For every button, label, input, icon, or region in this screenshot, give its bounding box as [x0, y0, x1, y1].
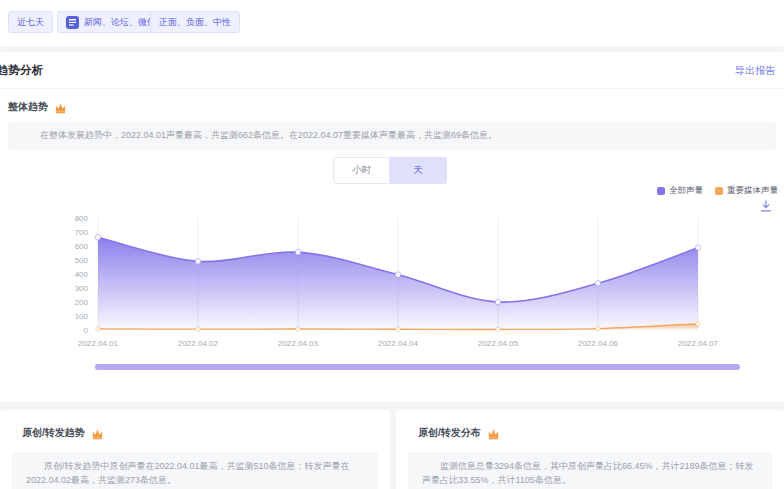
overall-trend-label: 整体趋势	[8, 100, 67, 114]
svg-text:2022.04.07: 2022.04.07	[678, 339, 719, 348]
svg-text:600: 600	[75, 242, 89, 251]
chart-scroll-brush[interactable]	[95, 364, 740, 370]
original-repost-distribution-title: 原创/转发分布	[418, 426, 500, 440]
original-repost-trend-card: 原创/转发趋势 原创/转发趋势中原创声量在2022.04.01最高，共监测510…	[0, 410, 390, 489]
media-source-icon	[66, 16, 79, 29]
svg-text:500: 500	[75, 256, 89, 265]
filter-bar: 近七天 新闻、论坛、微信... 正面、负面、中性	[0, 0, 784, 46]
svg-text:200: 200	[75, 298, 89, 307]
legend-label-total: 全部声量	[669, 185, 703, 197]
toggle-hour-button[interactable]: 小时	[333, 157, 390, 184]
svg-text:2022.04.03: 2022.04.03	[278, 339, 319, 348]
crown-icon	[91, 427, 104, 440]
legend-item-important[interactable]: 重要媒体声量	[715, 185, 778, 197]
svg-text:2022.04.06: 2022.04.06	[578, 339, 619, 348]
filter-chip-date-label: 近七天	[17, 16, 44, 29]
svg-text:800: 800	[75, 214, 89, 223]
card-header: 趋势分析 导出报告	[0, 52, 784, 89]
card-title-text: 原创/转发趋势	[22, 426, 85, 440]
legend-swatch-important	[715, 187, 723, 195]
crown-icon	[487, 427, 500, 440]
trend-chart-canvas[interactable]: 2022.04.012022.04.022022.04.032022.04.04…	[0, 205, 784, 355]
original-repost-distribution-summary: 监测信息总量3294条信息，其中原创声量占比66.45%，共计2189条信息；转…	[408, 452, 772, 489]
svg-text:2022.04.02: 2022.04.02	[178, 339, 219, 348]
svg-text:2022.04.05: 2022.04.05	[478, 339, 519, 348]
granularity-toggle: 小时 天	[333, 157, 447, 184]
svg-text:2022.04.01: 2022.04.01	[78, 339, 119, 348]
crown-icon	[54, 101, 67, 114]
overall-summary: 在整体发展趋势中，2022.04.01声量最高，共监测662条信息。在2022.…	[8, 122, 776, 150]
legend-label-important: 重要媒体声量	[727, 185, 778, 197]
filter-chip-sentiment-label: 正面、负面、中性	[159, 16, 231, 29]
filter-chip-date-range[interactable]: 近七天	[8, 11, 53, 33]
trend-analysis-card: 趋势分析 导出报告 整体趋势 在整体发展趋势中，2022.04.01声量最高，共…	[0, 52, 784, 402]
svg-text:300: 300	[75, 284, 89, 293]
svg-text:400: 400	[75, 270, 89, 279]
export-report-link[interactable]: 导出报告	[735, 64, 775, 78]
svg-text:700: 700	[75, 228, 89, 237]
original-repost-trend-title: 原创/转发趋势	[22, 426, 104, 440]
toggle-day-button[interactable]: 天	[390, 157, 447, 184]
original-repost-trend-summary: 原创/转发趋势中原创声量在2022.04.01最高，共监测510条信息；转发声量…	[12, 452, 378, 489]
svg-text:2022.04.04: 2022.04.04	[378, 339, 419, 348]
overall-trend-title: 整体趋势	[8, 100, 48, 114]
chart-legend: 全部声量 重要媒体声量	[657, 185, 778, 197]
svg-text:0: 0	[84, 326, 89, 335]
svg-text:100: 100	[75, 312, 89, 321]
original-repost-distribution-card: 原创/转发分布 监测信息总量3294条信息，其中原创声量占比66.45%，共计2…	[396, 410, 784, 489]
filter-chip-sentiment[interactable]: 正面、负面、中性	[150, 11, 240, 33]
page-title: 趋势分析	[0, 63, 43, 78]
card-title-text: 原创/转发分布	[418, 426, 481, 440]
legend-item-total[interactable]: 全部声量	[657, 185, 703, 197]
legend-swatch-total	[657, 187, 665, 195]
